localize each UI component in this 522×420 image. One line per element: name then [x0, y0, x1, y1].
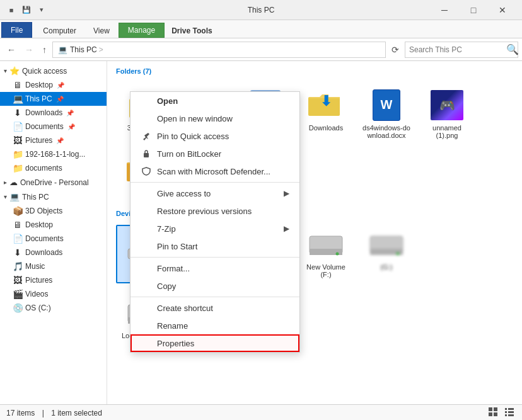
cm-sep-1	[130, 182, 299, 183]
file-label-png: unnamed (1).png	[422, 124, 472, 139]
cm-item-restore[interactable]: Restore previous versions	[130, 202, 299, 220]
sidebar-item-thispc[interactable]: 💻 This PC 📌	[0, 92, 107, 106]
search-bar[interactable]: 🔍	[405, 42, 518, 58]
cm-item-defender[interactable]: Scan with Microsoft Defender...	[130, 162, 299, 180]
breadcrumb-thispc: 💻This PC	[58, 45, 97, 54]
cm-item-give-access[interactable]: Give access to ▶	[130, 184, 299, 202]
sidebar-item-desktop[interactable]: 🖥 Desktop 📌	[0, 78, 107, 92]
cm-item-open-new-window[interactable]: Open in new window	[130, 110, 299, 127]
sidebar-192log-label: 192-168-1-1-log...	[25, 150, 85, 159]
back-button[interactable]: ←	[4, 43, 19, 56]
icon-view-button[interactable]	[487, 406, 499, 420]
pin-icon5: 📌	[56, 137, 64, 144]
sidebar-downloads2-label: Downloads	[25, 248, 62, 257]
sidebar-section-quickaccess[interactable]: ▾ ⭐ Quick access	[0, 64, 107, 78]
sidebar-item-downloads2[interactable]: ⬇ Downloads	[0, 246, 107, 259]
cm-item-rename[interactable]: Rename	[130, 317, 299, 334]
sidebar-documents3-label: Documents	[25, 234, 64, 243]
sidebar: ▾ ⭐ Quick access 🖥 Desktop 📌 💻 This PC 📌…	[0, 61, 107, 404]
cm-item-copy[interactable]: Copy	[130, 277, 299, 295]
title-bar-left: ■ 💾 ▾	[5, 4, 48, 16]
list-view-button[interactable]	[503, 406, 516, 420]
sidebar-videos-label: Videos	[25, 290, 48, 298]
desktop-icon: 🖥	[13, 80, 23, 90]
quick-access-btn-2[interactable]: 💾	[20, 4, 33, 16]
sidebar-desktop2-label: Desktop	[25, 220, 53, 229]
sidebar-item-music[interactable]: 🎵 Music	[0, 259, 107, 273]
svg-rect-38	[505, 414, 507, 416]
videos-icon: 🎬	[13, 289, 23, 299]
minimize-button[interactable]: ─	[430, 0, 459, 20]
drive-item-g[interactable]: (G:)	[358, 225, 415, 283]
maximize-button[interactable]: □	[459, 0, 488, 20]
pin-icon2: 📌	[56, 96, 64, 103]
status-info: 17 items | 1 item selected	[6, 409, 102, 417]
cm-item-pin-start[interactable]: Pin to Start	[130, 237, 299, 255]
tab-computer[interactable]: Computer	[35, 23, 84, 38]
sidebar-item-documents2[interactable]: 📁 documents	[0, 161, 107, 175]
drive-c-icon: 💿	[13, 303, 23, 313]
sidebar-item-pictures2[interactable]: 🖼 Pictures	[0, 273, 107, 287]
tab-file[interactable]: File	[1, 22, 32, 38]
pin-icon4: 📌	[67, 123, 75, 130]
sidebar-item-osc[interactable]: 💿 OS (C:)	[0, 301, 107, 315]
pictures-icon2: 🖼	[13, 275, 23, 285]
ribbon: File Computer View Manage Drive Tools	[0, 20, 522, 38]
svg-rect-37	[508, 411, 514, 413]
sidebar-item-downloads-qa[interactable]: ⬇ Downloads 📌	[0, 106, 107, 120]
sidebar-item-pictures-qa[interactable]: 🖼 Pictures 📌	[0, 133, 107, 147]
drive-g-label: (G:)	[381, 263, 393, 271]
svg-rect-29	[144, 153, 149, 157]
breadcrumb-sep: >	[99, 45, 103, 54]
sidebar-section-thispc[interactable]: ▾ 💻 This PC	[0, 190, 107, 204]
refresh-button[interactable]: ⟳	[388, 43, 402, 56]
cm-item-open[interactable]: Open	[130, 92, 299, 110]
cm-item-format[interactable]: Format...	[130, 259, 299, 277]
sidebar-music-label: Music	[25, 262, 45, 271]
cm-item-7zip[interactable]: 7-Zip ▶	[130, 220, 299, 237]
copy-icon	[141, 280, 152, 292]
sidebar-item-192log[interactable]: 📁 192-168-1-1-log...	[0, 147, 107, 161]
search-input[interactable]	[409, 45, 504, 54]
svg-rect-39	[508, 414, 514, 416]
sidebar-item-documents3[interactable]: 📄 Documents	[0, 232, 107, 246]
up-button[interactable]: ↑	[39, 43, 50, 56]
cm-item-bitlocker[interactable]: Turn on BitLocker	[130, 145, 299, 162]
format-icon	[141, 263, 152, 274]
file-item-downloads[interactable]: ⬇ Downloads	[298, 82, 354, 144]
drive-item-f[interactable]: New Volume (F:)	[298, 225, 354, 283]
close-button[interactable]: ✕	[488, 0, 517, 20]
sidebar-section-onedrive[interactable]: ▸ ☁ OneDrive - Personal	[0, 175, 107, 190]
window-title: This PC	[248, 6, 275, 14]
sidebar-item-documents-qa[interactable]: 📄 Documents 📌	[0, 120, 107, 133]
address-bar[interactable]: 💻This PC >	[52, 42, 386, 58]
cm-item-pin-quick[interactable]: Pin to Quick access	[130, 127, 299, 145]
selected-count: 1 item selected	[51, 409, 102, 417]
forward-button[interactable]: →	[21, 43, 37, 56]
nav-bar: ← → ↑ 💻This PC > ⟳ 🔍	[0, 38, 522, 61]
pin-icon-cm	[141, 130, 152, 142]
tab-manage[interactable]: Manage	[119, 23, 165, 38]
cm-item-properties[interactable]: Properties	[130, 334, 299, 352]
folder-downloads-icon: ⬇	[307, 88, 345, 122]
drive-g-icon-wrap	[368, 230, 405, 261]
file-item-ds4[interactable]: W ds4windows-download.docx	[358, 82, 415, 144]
sidebar-item-desktop2[interactable]: 🖥 Desktop	[0, 218, 107, 232]
sidebar-item-videos[interactable]: 🎬 Videos	[0, 287, 107, 301]
tab-view[interactable]: View	[85, 23, 118, 38]
file-item-png[interactable]: 🎮 unnamed (1).png	[419, 82, 475, 144]
quick-access-dropdown[interactable]: ▾	[35, 4, 48, 16]
svg-point-19	[336, 253, 339, 256]
docx-icon: W	[368, 88, 405, 122]
desktop-icon2: 🖥	[13, 220, 23, 230]
thispc-icon2: 💻	[9, 192, 20, 201]
cm-item-create-shortcut[interactable]: Create shortcut	[130, 299, 299, 317]
manage-label: Drive Tools	[165, 24, 218, 38]
sidebar-item-3dobjects[interactable]: 📦 3D Objects	[0, 204, 107, 218]
sidebar-osc-label: OS (C:)	[25, 304, 51, 312]
drive-f-icon-wrap	[307, 230, 345, 261]
quick-access-btn-1[interactable]: ■	[5, 4, 18, 16]
sidebar-thispc2-label: This PC	[22, 193, 49, 201]
arrow-icon2: ▶	[284, 224, 289, 233]
documents-icon2: 📄	[13, 234, 23, 244]
